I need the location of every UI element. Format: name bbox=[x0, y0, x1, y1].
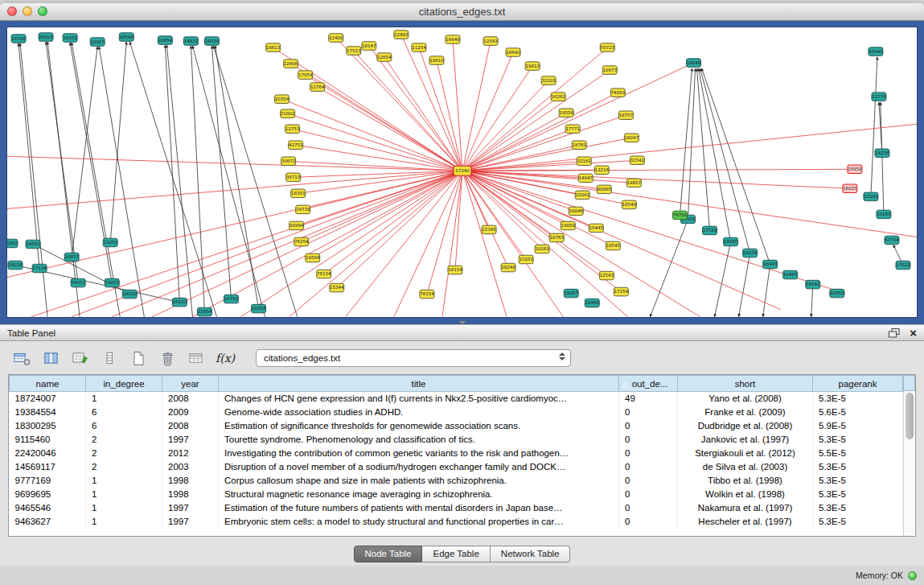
column-header-title[interactable]: title bbox=[219, 376, 619, 392]
table-row[interactable]: 969969511998Structural magnetic resonanc… bbox=[10, 488, 903, 501]
network-node[interactable]: 10973 bbox=[602, 66, 617, 75]
network-node[interactable]: 12543 bbox=[483, 37, 498, 46]
table-options-button[interactable] bbox=[13, 349, 32, 367]
network-node[interactable]: 18763 bbox=[549, 233, 564, 242]
tab-edge-table[interactable]: Edge Table bbox=[422, 546, 490, 562]
network-node[interactable]: 10261 bbox=[535, 245, 549, 253]
network-node[interactable]: 67734 bbox=[885, 236, 899, 245]
network-node[interactable]: 19859 bbox=[561, 221, 575, 230]
network-node[interactable]: 19584 bbox=[306, 253, 320, 262]
network-node[interactable]: 15261 bbox=[519, 255, 533, 264]
network-node[interactable]: 76154 bbox=[420, 290, 434, 299]
float-panel-icon[interactable] bbox=[889, 328, 900, 338]
network-node[interactable]: 16548 bbox=[119, 33, 133, 42]
network-node[interactable]: 17154 bbox=[614, 287, 628, 296]
tab-network-table[interactable]: Network Table bbox=[491, 546, 571, 562]
network-node[interactable]: 18542 bbox=[806, 280, 820, 289]
network-node[interactable]: 76134 bbox=[317, 270, 331, 278]
network-node[interactable]: 22483 bbox=[394, 31, 409, 39]
network-node[interactable]: 15345 bbox=[482, 225, 496, 234]
network-node[interactable]: 42751 bbox=[289, 141, 303, 150]
network-node[interactable]: 90994 bbox=[290, 221, 304, 230]
network-node[interactable]: 19352 bbox=[63, 34, 77, 43]
network-node[interactable]: 20354 bbox=[252, 304, 266, 313]
network-node[interactable]: 18030 bbox=[122, 290, 137, 299]
column-header-year[interactable]: year bbox=[162, 376, 219, 392]
network-node[interactable]: 55723 bbox=[600, 43, 614, 52]
table-selector-combobox[interactable]: citations_edges.txt bbox=[256, 349, 571, 367]
network-node[interactable]: 76791 bbox=[672, 211, 687, 220]
network-node[interactable]: 16154 bbox=[448, 266, 462, 274]
network-node[interactable]: 19857 bbox=[626, 179, 641, 187]
network-node[interactable]: 59053 bbox=[105, 278, 119, 287]
window-titlebar[interactable]: citations_edges.txt bbox=[0, 3, 924, 21]
column-header-name[interactable]: name bbox=[10, 376, 86, 392]
network-node[interactable]: 19610 bbox=[429, 56, 444, 65]
network-node[interactable]: 18792 bbox=[11, 35, 26, 43]
table-scrollbar-thumb[interactable] bbox=[906, 393, 914, 439]
network-node[interactable]: 18045 bbox=[724, 237, 738, 246]
tab-node-table[interactable]: Node Table bbox=[354, 546, 423, 562]
network-node[interactable]: 25260 bbox=[7, 239, 18, 248]
network-node[interactable]: 32161 bbox=[577, 157, 591, 166]
column-header-short[interactable]: short bbox=[678, 376, 813, 392]
network-node[interactable]: 12774 bbox=[872, 93, 886, 101]
network-node[interactable]: 22400 bbox=[329, 34, 343, 43]
network-node[interactable]: 17134 bbox=[32, 264, 47, 273]
network-node[interactable]: 18545 bbox=[606, 241, 620, 250]
network-node[interactable]: 18030 bbox=[204, 37, 219, 46]
network-node[interactable]: 17954 bbox=[298, 71, 313, 80]
network-node[interactable]: 18301 bbox=[291, 189, 306, 198]
network-node[interactable]: 18613 bbox=[266, 43, 281, 52]
network-node[interactable]: 12051 bbox=[103, 238, 117, 247]
network-node[interactable]: 12654 bbox=[377, 53, 392, 62]
network-node[interactable]: 19234 bbox=[743, 249, 758, 257]
network-node[interactable]: 76254 bbox=[294, 237, 309, 246]
network-node[interactable]: 19581 bbox=[26, 240, 40, 249]
network-node[interactable]: 19738 bbox=[296, 205, 310, 214]
network-node[interactable]: 17529 bbox=[703, 226, 717, 235]
network-node[interactable]: 19067 bbox=[564, 289, 578, 298]
network-node[interactable]: 95940 bbox=[869, 47, 883, 56]
network-node[interactable]: 14047 bbox=[578, 174, 593, 183]
zoom-window-button[interactable] bbox=[38, 6, 47, 16]
network-node[interactable]: 17513 bbox=[347, 47, 361, 56]
table-row[interactable]: 2242004622012Investigating the contribut… bbox=[10, 447, 903, 460]
network-node[interactable]: 14832 bbox=[183, 37, 198, 46]
table-row[interactable]: 1938455462009Genome-wide association stu… bbox=[10, 406, 903, 419]
network-node[interactable]: 16648 bbox=[686, 59, 700, 68]
network-node[interactable]: 12764 bbox=[310, 83, 325, 92]
table-row[interactable]: 1830029562008Estimation of significance … bbox=[10, 419, 903, 433]
network-node[interactable]: 19558 bbox=[559, 109, 573, 117]
network-node[interactable]: 90965 bbox=[597, 185, 611, 194]
column-header-in_degree[interactable]: in_degree bbox=[86, 376, 162, 392]
network-node[interactable]: 21654 bbox=[197, 307, 211, 316]
network-node[interactable]: 20654 bbox=[158, 36, 172, 45]
network-node[interactable]: 12169 bbox=[864, 192, 878, 201]
network-node[interactable]: 30672 bbox=[281, 157, 296, 166]
network-node[interactable]: 17771 bbox=[565, 125, 580, 134]
network-node[interactable]: 22406 bbox=[284, 60, 298, 68]
network-node[interactable]: 18792 bbox=[224, 295, 238, 303]
network-node[interactable]: 15958 bbox=[848, 165, 862, 174]
edit-table-button[interactable] bbox=[71, 349, 90, 367]
network-node[interactable]: 18549 bbox=[622, 200, 636, 209]
minimize-window-button[interactable] bbox=[23, 6, 32, 16]
close-panel-icon[interactable]: × bbox=[910, 327, 917, 339]
network-node[interactable]: 15445 bbox=[589, 224, 603, 233]
network-node[interactable]: 14258 bbox=[875, 149, 889, 158]
column-header-pagerank[interactable]: pagerank bbox=[813, 376, 903, 392]
function-builder-button[interactable]: f(x) bbox=[216, 349, 235, 367]
close-window-button[interactable] bbox=[7, 6, 17, 16]
network-node[interactable]: 32201 bbox=[541, 76, 556, 85]
network-node[interactable]: 26203 bbox=[172, 298, 187, 307]
network-node[interactable]: 10465 bbox=[783, 270, 798, 279]
new-table-button[interactable] bbox=[129, 349, 148, 367]
network-node[interactable]: 18761 bbox=[572, 141, 586, 150]
network-node[interactable]: 36713 bbox=[286, 173, 301, 182]
network-node[interactable]: 17529 bbox=[896, 261, 910, 270]
network-node[interactable]: 12543 bbox=[599, 271, 614, 280]
network-node[interactable]: 20957 bbox=[64, 253, 79, 262]
network-node[interactable]: 20957 bbox=[90, 38, 105, 47]
column-header-out_de[interactable]: △out_de... bbox=[619, 376, 678, 392]
